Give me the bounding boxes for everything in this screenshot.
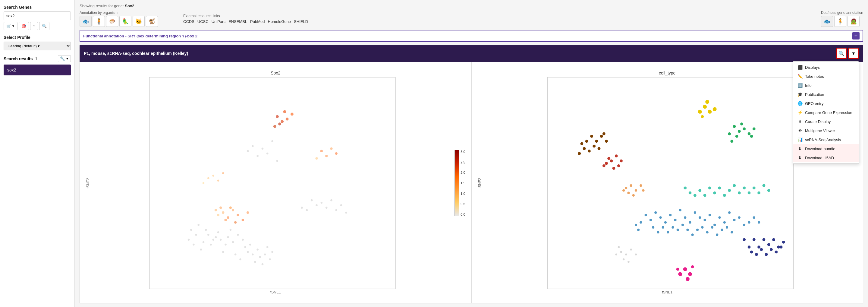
ucsc-link[interactable]: UCSC [197,19,209,24]
left-plot-inner: tSNE2 [86,77,465,289]
profile-label: Select Profile [4,35,71,40]
svg-point-209 [691,266,694,268]
svg-rect-0 [149,77,395,289]
deaf-fish-btn[interactable]: 🐟 [821,16,833,27]
menu-item-download-h5ad-label: Download H5AD [805,156,834,160]
fish-icon: 🐟 [82,18,89,25]
search-genes-section: Search Genes 🛒 ▼ 🎯 ⑂ 🔍 [4,5,71,30]
uniparc-link[interactable]: UniParc [212,19,225,24]
svg-point-80 [335,152,338,155]
svg-point-162 [758,221,760,224]
graduation-cap-icon: 🎓 [797,92,803,97]
menu-item-curate-display[interactable]: 🖥 Curate Display [793,117,859,126]
svg-point-21 [249,244,251,246]
scale-3: 3.0 [461,150,465,154]
menu-item-compare-gene[interactable]: ⚡ Compare Gene Expression [793,108,859,117]
cart-button[interactable]: 🛒 ▼ [4,22,18,30]
human-icon-btn[interactable]: 🧍 [93,16,105,27]
svg-point-145 [676,228,679,231]
bird-icon-btn[interactable]: 🦜 [119,16,131,27]
svg-point-38 [321,202,323,204]
panel-dropdown-button[interactable]: ▼ [848,48,859,59]
fish-icon-btn[interactable]: 🐟 [80,16,92,27]
svg-point-14 [230,229,232,231]
svg-point-210 [676,268,679,271]
deafness-icons: 🐟 🧍 🧟 [821,16,863,27]
right-y-axis-label: tSNE2 [478,178,482,188]
menu-item-displays[interactable]: ⬛ Displays [793,63,859,72]
svg-point-102 [738,130,741,133]
svg-point-204 [627,261,629,263]
monkey-icon: 🐒 [149,18,155,25]
svg-point-176 [762,184,765,187]
shield-link[interactable]: SHIELD [294,19,308,24]
svg-point-55 [286,118,289,121]
svg-point-201 [622,258,624,260]
svg-point-170 [733,184,736,187]
ensembl-link[interactable]: ENSEMBL [228,19,247,24]
cat-icon-btn[interactable]: 🐱 [133,16,145,27]
svg-point-77 [320,150,323,152]
cat-icon: 🐱 [135,18,142,25]
svg-point-95 [703,105,707,109]
zoom-button[interactable]: 🔍 [836,48,847,59]
menu-item-take-notes[interactable]: ✏️ Take notes [793,72,859,81]
scale-1: 1.0 [461,192,465,195]
monkey-icon-btn[interactable]: 🐒 [146,16,158,27]
svg-point-24 [256,248,258,251]
svg-point-166 [713,191,716,194]
barchart-icon: 📊 [797,137,803,142]
svg-point-207 [678,272,682,276]
pubmed-link[interactable]: PubMed [250,19,265,24]
menu-item-geo[interactable]: 🌐 GEO entry [793,99,859,108]
svg-point-152 [711,226,713,228]
svg-rect-82 [547,77,793,289]
svg-point-26 [261,263,264,266]
svg-point-128 [689,221,691,224]
svg-point-168 [723,194,726,197]
svg-point-43 [345,212,347,214]
svg-point-199 [625,253,627,255]
compare-icon: ⚡ [797,110,803,115]
svg-point-78 [325,155,328,157]
svg-point-127 [684,216,686,219]
annotation-group: Annotation by organism 🐟 🧍 🐡 🦜 [80,10,158,27]
svg-point-180 [684,186,687,189]
dataset-panel: P1, mouse, scRNA-seq, cochlear epitheliu… [80,45,863,62]
gene-result-sox2[interactable]: sox2 [4,65,71,75]
menu-item-scrna-label: scRNA-Seq Analysis [805,137,841,142]
target-button[interactable]: 🎯 [19,22,29,30]
homologene-link[interactable]: HomoloGene [268,19,291,24]
search-input[interactable] [4,11,71,20]
svg-point-61 [242,219,244,221]
svg-point-44 [306,209,308,211]
svg-point-10 [227,236,229,238]
annotation-row: Annotation by organism 🐟 🧍 🐡 🦜 [80,10,863,27]
svg-point-90 [600,135,603,138]
wrench-button[interactable]: 🔧 ▼ [58,55,71,62]
deaf-human-btn[interactable]: 🧍 [834,16,846,27]
svg-point-203 [615,253,617,255]
menu-item-publication[interactable]: 🎓 Publication [793,90,859,99]
deaf-question-btn[interactable]: 🧟 [847,16,860,27]
ccds-link[interactable]: CCDS [183,19,194,24]
svg-point-101 [733,125,736,128]
add-annotation-button[interactable]: + [852,32,860,39]
menu-item-scrna[interactable]: 📊 scRNA-Seq Analysis [793,135,859,144]
svg-point-25 [259,256,261,258]
menu-item-info[interactable]: ℹ️ Info [793,81,859,90]
profile-select[interactable]: Hearing (default) ▾ Vision Balance [4,41,71,50]
fish2-icon-btn[interactable]: 🐡 [106,16,118,27]
svg-point-52 [276,160,278,162]
svg-point-92 [578,152,581,155]
menu-item-download-h5ad[interactable]: ⬇ Download H5AD [793,153,859,162]
menu-item-download-bundle[interactable]: ⬇ Download bundle [793,144,859,153]
menu-item-multigene[interactable]: 👁 Multigene Viewer [793,126,859,135]
svg-point-118 [602,164,605,167]
svg-point-142 [661,226,664,228]
target-icon: 🎯 [22,24,26,28]
search-button[interactable]: 🔍 [39,22,50,30]
branch-button[interactable]: ⑂ [30,22,38,30]
results-title: Search results [4,56,33,61]
svg-point-200 [620,251,622,253]
